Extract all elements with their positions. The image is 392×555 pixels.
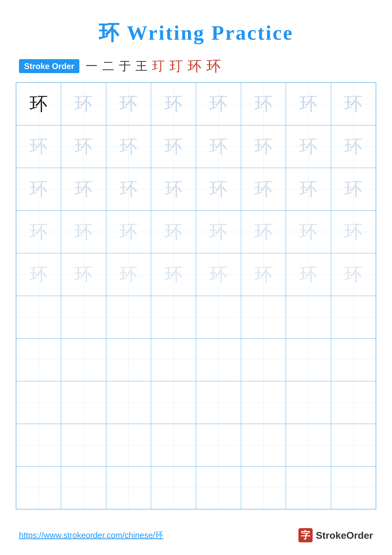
grid-cell[interactable]: 环 [16,83,61,125]
grid-cell[interactable]: 环 [106,125,151,168]
grid-cell[interactable]: 环 [331,125,376,168]
grid-cell[interactable]: 环 [241,83,286,125]
footer-url[interactable]: https://www.strokeorder.com/chinese/环 [19,530,163,541]
grid-cell[interactable]: 环 [241,125,286,168]
grid-cell[interactable] [61,296,106,339]
grid-cell[interactable]: 环 [61,168,106,211]
grid-cell[interactable] [61,339,106,381]
grid-cell[interactable]: 环 [331,211,376,253]
grid-cell[interactable]: 环 [16,253,61,296]
grid-cell[interactable]: 环 [61,253,106,296]
grid-cell[interactable] [106,296,151,339]
grid-cell[interactable] [61,466,106,509]
grid-cell[interactable] [241,381,286,424]
grid-cell[interactable] [286,296,331,339]
stroke-7: 环 [188,57,202,76]
grid-cell[interactable] [16,296,61,339]
grid-cell[interactable]: 环 [61,83,106,125]
stroke-1: 一 [86,58,98,74]
practice-grid: 环 环 环 环 环 环 环 环 环 环 环 环 环 环 环 环 环 环 环 环 … [16,82,376,510]
grid-cell[interactable]: 环 [151,83,196,125]
stroke-3: 于 [119,58,131,74]
stroke-order-badge: Stroke Order [19,59,79,73]
grid-cell[interactable]: 环 [151,253,196,296]
stroke-5: 玎 [152,58,165,75]
footer-brand: 字 StrokeOrder [298,528,373,542]
grid-cell[interactable] [151,381,196,424]
grid-cell[interactable] [151,339,196,381]
grid-cell[interactable]: 环 [196,83,241,125]
grid-cell[interactable] [106,424,151,467]
grid-cell[interactable]: 环 [286,211,331,253]
grid-cell[interactable] [16,424,61,467]
grid-cell[interactable]: 环 [286,83,331,125]
page-title: 环 Writing Practice [0,0,392,56]
grid-cell[interactable]: 环 [106,168,151,211]
grid-cell[interactable]: 环 [61,125,106,168]
grid-cell[interactable] [151,424,196,467]
grid-cell[interactable] [286,466,331,509]
grid-cell[interactable]: 环 [16,211,61,253]
stroke-order-chars: 一 二 于 王 玎 玎 环 环 [86,56,221,76]
grid-cell[interactable] [331,424,376,467]
grid-cell[interactable]: 环 [151,168,196,211]
stroke-8: 环 [206,56,221,76]
grid-cell[interactable]: 环 [16,125,61,168]
grid-cell[interactable] [331,339,376,381]
grid-cell[interactable] [196,424,241,467]
grid-cell[interactable]: 环 [331,168,376,211]
grid-cell[interactable]: 环 [286,168,331,211]
grid-cell[interactable]: 环 [106,211,151,253]
brand-name: StrokeOrder [316,530,373,541]
grid-cell[interactable]: 环 [16,168,61,211]
grid-cell[interactable] [106,381,151,424]
grid-cell[interactable]: 环 [241,211,286,253]
title-chinese-char: 环 [99,21,121,44]
stroke-2: 二 [102,58,114,74]
grid-cell[interactable]: 环 [106,253,151,296]
grid-cell[interactable]: 环 [106,83,151,125]
title-text: Writing Practice [127,21,293,44]
footer: https://www.strokeorder.com/chinese/环 字 … [0,528,392,542]
grid-cell[interactable] [16,466,61,509]
grid-cell[interactable] [151,296,196,339]
grid-cell[interactable] [331,296,376,339]
grid-cell[interactable] [196,466,241,509]
grid-cell[interactable] [286,339,331,381]
brand-char: 字 [301,529,310,542]
grid-cell[interactable] [241,466,286,509]
grid-cell[interactable]: 环 [241,168,286,211]
brand-icon: 字 [298,528,313,542]
grid-cell[interactable]: 环 [61,211,106,253]
grid-cell[interactable] [241,296,286,339]
grid-cell[interactable] [286,424,331,467]
grid-cell[interactable]: 环 [331,83,376,125]
grid-cell[interactable] [241,339,286,381]
grid-cell[interactable]: 环 [286,253,331,296]
grid-cell[interactable] [16,339,61,381]
grid-cell[interactable] [331,466,376,509]
grid-cell[interactable]: 环 [151,125,196,168]
grid-cell[interactable]: 环 [331,253,376,296]
grid-cell[interactable] [106,466,151,509]
grid-cell[interactable] [61,381,106,424]
grid-cell[interactable] [151,466,196,509]
grid-cell[interactable] [196,381,241,424]
grid-cell[interactable]: 环 [196,168,241,211]
grid-cell[interactable] [61,424,106,467]
grid-cell[interactable] [241,424,286,467]
grid-cell[interactable]: 环 [241,253,286,296]
grid-cell[interactable] [196,296,241,339]
grid-cell[interactable] [196,339,241,381]
grid-cell[interactable] [286,381,331,424]
grid-cell[interactable] [106,339,151,381]
stroke-6: 玎 [170,57,183,75]
grid-cell[interactable] [331,381,376,424]
grid-cell[interactable] [16,381,61,424]
grid-cell[interactable]: 环 [286,125,331,168]
stroke-order-row: Stroke Order 一 二 于 王 玎 玎 环 环 [0,56,392,76]
grid-cell[interactable]: 环 [151,211,196,253]
grid-cell[interactable]: 环 [196,125,241,168]
grid-cell[interactable]: 环 [196,211,241,253]
grid-cell[interactable]: 环 [196,253,241,296]
